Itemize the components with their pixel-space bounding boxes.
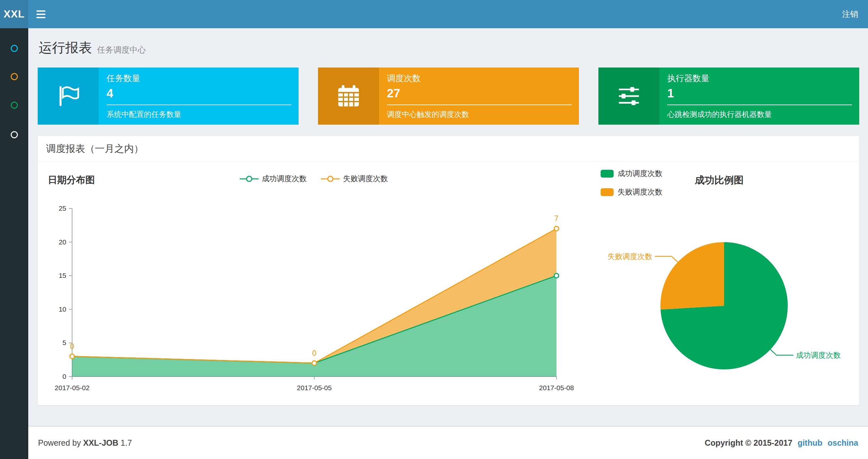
fail-callout-label: 失败调度次数 [608, 252, 652, 261]
sidebar-item-2[interactable] [0, 69, 28, 84]
pie-slice-fail [660, 242, 724, 309]
svg-text:20: 20 [59, 238, 66, 246]
svg-text:0: 0 [312, 349, 316, 357]
legend-item-fail[interactable]: 失败调度次数 [321, 174, 388, 184]
pie-chart-title: 成功比例图 [695, 174, 744, 187]
line-marker-icon [321, 175, 340, 183]
line-chart-title: 日期分布图 [48, 174, 95, 187]
navbar: XXL 注销 [0, 0, 868, 28]
legend-item-success[interactable]: 成功调度次数 [601, 168, 662, 178]
legend-swatch-icon [601, 188, 614, 196]
flag-icon [38, 67, 99, 125]
pie-chart: 失败调度次数 成功调度次数 [633, 215, 815, 397]
calendar-icon [318, 67, 379, 125]
content-header: 运行报表 任务调度中心 [28, 28, 868, 67]
sliders-icon [598, 67, 659, 125]
x-axis-labels: 2017-05-02 2017-05-05 2017-05-08 [55, 384, 574, 392]
info-box-executors: 执行器数量 1 心跳检测成功的执行器机器数量 [598, 67, 859, 125]
success-callout-label: 成功调度次数 [796, 351, 841, 359]
svg-text:2017-05-02: 2017-05-02 [55, 384, 89, 392]
sidebar-item-1[interactable] [0, 41, 28, 56]
line-marker-icon [240, 175, 258, 183]
sidebar-item-4[interactable] [0, 128, 28, 142]
info-box-jobs: 任务数量 4 系统中配置的任务数量 [38, 67, 299, 125]
page-title: 运行报表 [39, 39, 92, 57]
circle-icon [11, 131, 18, 138]
legend-item-fail[interactable]: 失败调度次数 [601, 187, 662, 197]
legend-swatch-icon [601, 170, 614, 177]
sidebar-item-3[interactable] [0, 98, 28, 112]
app-logo[interactable]: XXL [0, 0, 28, 28]
info-box-desc: 系统中配置的任务数量 [106, 105, 291, 121]
fail-callout-line [655, 257, 678, 262]
hamburger-icon [36, 10, 45, 12]
github-link[interactable]: github [798, 438, 822, 448]
circle-icon [11, 45, 18, 52]
svg-text:2017-05-08: 2017-05-08 [539, 384, 574, 392]
panel-title: 调度报表（一月之内） [38, 136, 859, 161]
sidebar-toggle-button[interactable] [28, 0, 54, 28]
info-box-desc: 调度中心触发的调度次数 [387, 105, 572, 121]
svg-text:15: 15 [59, 272, 66, 279]
legend-item-success[interactable]: 成功调度次数 [240, 174, 307, 184]
copyright: Copyright © 2015-2017 [705, 438, 792, 448]
circle-icon [11, 73, 18, 80]
info-box-title: 执行器数量 [667, 73, 852, 84]
line-chart-legend: 成功调度次数 失败调度次数 [240, 174, 388, 184]
info-box-triggers: 调度次数 27 调度中心触发的调度次数 [318, 67, 579, 125]
svg-text:5: 5 [62, 339, 66, 347]
info-box-value: 1 [667, 87, 852, 100]
sidebar [0, 28, 28, 459]
info-box-title: 任务数量 [106, 73, 291, 84]
svg-text:0: 0 [70, 342, 74, 351]
pie-chart-legend: 成功调度次数 失败调度次数 [601, 168, 662, 205]
svg-text:7: 7 [555, 214, 559, 223]
svg-text:10: 10 [59, 305, 66, 313]
powered-by: Powered by XXL-JOB 1.7 [38, 438, 132, 448]
info-box-row: 任务数量 4 系统中配置的任务数量 调度次数 27 调度中心触发的调 [38, 67, 859, 125]
svg-text:0: 0 [62, 373, 66, 380]
y-axis-labels: 0 5 10 15 20 25 [59, 204, 66, 380]
info-box-value: 4 [106, 87, 291, 100]
page-subtitle: 任务调度中心 [97, 40, 146, 55]
oschina-link[interactable]: oschina [828, 438, 858, 448]
report-panel: 调度报表（一月之内） 日期分布图 成功调度次数 失败调度次数 [38, 136, 859, 405]
info-box-title: 调度次数 [387, 73, 572, 84]
svg-text:25: 25 [59, 204, 66, 212]
success-point-markers [554, 273, 559, 278]
info-box-desc: 心跳检测成功的执行器机器数量 [667, 105, 852, 121]
footer: Powered by XXL-JOB 1.7 Copyright © 2015-… [28, 426, 868, 459]
logout-link[interactable]: 注销 [842, 9, 868, 20]
info-box-value: 27 [387, 87, 572, 100]
line-chart: 0 5 10 15 20 25 2017-05-02 2017-05-05 20… [38, 194, 590, 395]
circle-icon [11, 102, 18, 109]
svg-text:2017-05-05: 2017-05-05 [297, 384, 332, 392]
success-callout-line [771, 350, 794, 356]
